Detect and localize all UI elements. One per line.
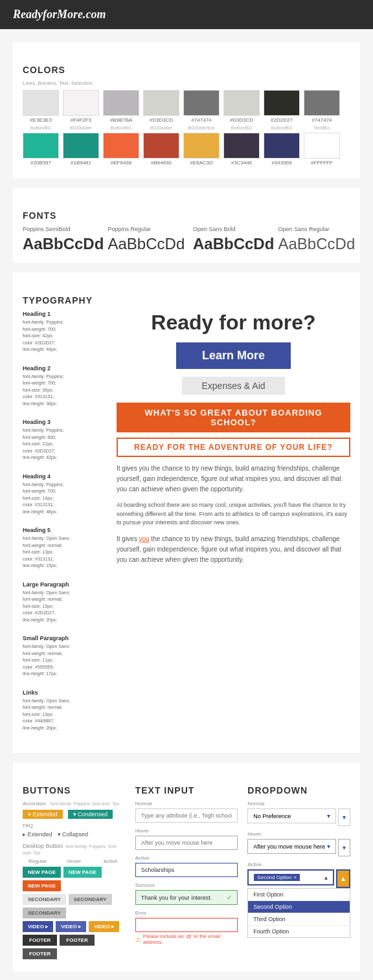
color-swatch [103, 90, 139, 116]
color-label: #2D2D27 [271, 117, 293, 123]
dropdown-col: DROPDOWN Normal No Preference ▾ ▾ Hover … [247, 772, 350, 962]
btn-footer-active[interactable]: FOOTER [23, 948, 57, 959]
chevron-up-icon: ▴ [324, 874, 328, 881]
expenses-aid-button[interactable]: Expenses & Aid [182, 377, 284, 395]
typo-spec-detail: font-family: Open Sans;font-weight: norm… [23, 643, 107, 678]
color-label: #B84630 [151, 160, 172, 166]
sub-label: Button/BG [23, 126, 59, 130]
color-swatch-group: #747474 [183, 90, 220, 123]
input-error[interactable] [135, 918, 238, 932]
typography-specs: Heading 1 font-family: Poppins;font-weig… [23, 311, 107, 743]
dropdown-tag: Second Option × [254, 874, 300, 881]
dropdown-options: First Option Second Option Third Option … [247, 888, 350, 938]
color-swatch [264, 90, 300, 116]
dropdown-normal[interactable]: No Preference ▾ [247, 808, 336, 823]
color-swatch-group: #343969 [264, 133, 300, 166]
dropdown-active-row: Second Option × ▴ ▴ [247, 869, 350, 888]
color-label: #F4F2F3 [71, 117, 91, 123]
learn-more-button[interactable]: Learn More [176, 342, 291, 369]
btn-video-active[interactable]: VIDEO ▸ [89, 921, 119, 932]
btn-secondary-active[interactable]: SECONDARY [23, 908, 66, 919]
color-swatch [183, 90, 220, 116]
error-text: Please include an '@' in the email addre… [143, 933, 238, 945]
btn-footer-hover[interactable]: FOOTER [60, 935, 94, 946]
typo-spec-small-para: Small Paragraph font-family: Open Sans;f… [23, 635, 107, 678]
dropdown-active-btn2[interactable]: ▴ [336, 869, 350, 888]
text-input-title: TEXT INPUT [135, 785, 238, 796]
font-name: Poppins Regular [108, 226, 181, 232]
sub-label: Button/BG [264, 126, 300, 130]
input-normal[interactable] [135, 808, 238, 823]
header: ReadyforMore.com [0, 0, 373, 29]
three-column-layout: BUTTONS Accordion font-family: Poppins; … [23, 772, 350, 962]
typo-spec-detail: font-family: Open Sans;font-weight: norm… [23, 535, 107, 570]
links-before: It gives [117, 535, 139, 542]
btn-state-labels: Regular Hover Active [23, 858, 126, 864]
typo-spec-h2: Heading 2 font-family: Poppins;font-weig… [23, 365, 107, 408]
typo-spec-title: Small Paragraph [23, 635, 107, 641]
colors-row1-label: Lines, Borders, Text, Selection [23, 80, 350, 86]
color-label: #747474 [311, 117, 332, 123]
dropdown-normal-btn2[interactable]: ▾ [338, 808, 350, 826]
close-icon[interactable]: × [293, 874, 297, 880]
btn-new-page-regular[interactable]: NEW PAGE [23, 867, 61, 878]
typo-spec-large-para: Large Paragraph font-family: Open Sans;f… [23, 581, 107, 624]
color-swatch [63, 90, 99, 116]
colors-title: COLORS [23, 65, 350, 75]
links-link[interactable]: you [139, 535, 149, 542]
chevron-up-icon: ▴ [341, 874, 345, 883]
dropdown-option-selected[interactable]: Second Option [248, 901, 350, 913]
heading1-demo: Ready for more? [117, 311, 350, 335]
btn-row-video: VIDEO ▸ VIDEO ▸ VIDEO ▸ [23, 921, 126, 932]
color-swatch-group: #B9B7BA [103, 90, 139, 123]
accordion-label: Accordion font-family: Poppins; font-siz… [23, 801, 126, 807]
dropdown-active[interactable]: Second Option × ▴ [247, 869, 334, 885]
font-name: Open Sans Regular [278, 226, 351, 232]
typo-spec-detail: font-family: Open Sans;font-weight: norm… [23, 590, 107, 624]
font-sample: AaBbCcDd [23, 235, 95, 253]
dropdown-active-label: Active [247, 862, 350, 867]
font-item-poppins-regular: Poppins Regular AaBbCcDd [108, 226, 181, 253]
fonts-grid: Poppins SemiBold AaBbCcDd Poppins Regula… [23, 226, 350, 253]
accordion-tag-teal[interactable]: ▾ Condensed [68, 810, 113, 819]
input-active[interactable] [135, 863, 238, 877]
btn-new-page-active[interactable]: NEW PAGE [23, 880, 61, 891]
btn-new-page-hover[interactable]: NEW PAGE [63, 867, 102, 878]
color-swatch-group: #747474 [304, 90, 340, 123]
dropdown-option[interactable]: First Option [248, 889, 350, 901]
dropdown-option[interactable]: Third Option [248, 913, 350, 926]
colors-section: COLORS Lines, Borders, Text, Selection #… [13, 42, 360, 178]
color-label: #747474 [191, 117, 211, 123]
btn-footer-regular[interactable]: FOOTER [23, 935, 57, 946]
dropdown-hover-btn2[interactable]: ▾ [338, 839, 350, 856]
color-swatch-group: #D3D3CD [143, 90, 179, 123]
buttons-section: BUTTONS Accordion font-family: Poppins; … [13, 763, 360, 972]
color-swatch-group: #B84630 [143, 133, 179, 166]
text-input-col: TEXT INPUT Normal Hover Active Success T… [135, 772, 238, 962]
btn-video-regular[interactable]: VIDEO ▸ [23, 921, 53, 932]
font-item-opensans-bold: Open Sans Bold AaBbCcDd [193, 226, 266, 253]
btn-video-hover[interactable]: VIDEO ▸ [56, 921, 86, 932]
sub-label: BG/Divider [63, 126, 99, 130]
accordion-tag-yellow[interactable]: ▾ Extended [23, 810, 63, 819]
btn-secondary-hover[interactable]: SECONDARY [69, 894, 112, 905]
sub-label: Button/BG [103, 126, 139, 130]
typo-spec-detail: font-family: Poppins;font-weight: 700;fo… [23, 373, 107, 408]
dropdown-option[interactable]: Fourth Option [248, 926, 350, 937]
font-name: Open Sans Bold [193, 226, 266, 232]
input-hover[interactable] [135, 836, 238, 850]
input-error-message: ⚠ Please include an '@' in the email add… [135, 933, 238, 945]
color-swatch-group: #F4F2F3 [63, 90, 99, 123]
typo-spec-detail: font-family: Poppins;font-weight: 600;fo… [23, 427, 107, 462]
font-item-opensans-regular: Open Sans Regular AaBbCcDd [278, 226, 351, 253]
btn-row-footer: FOOTER FOOTER FOOTER [23, 935, 126, 959]
state-active: Active [95, 858, 125, 864]
typo-spec-title: Heading 3 [23, 419, 107, 425]
heading5-banner: READY FOR THE ADVENTURE OF YOUR LIFE? [117, 438, 350, 457]
typo-spec-detail: font-family: Poppins;font-weight: 700;fo… [23, 482, 107, 516]
typo-spec-title: Links [23, 689, 107, 696]
btn-secondary-regular[interactable]: SECONDARY [23, 894, 66, 905]
sub-label: BG/Selection [183, 126, 220, 130]
typo-spec-detail: font-family: Poppins;font-weight: 700;fo… [23, 319, 107, 353]
dropdown-hover[interactable]: After you move mouse here ▾ [247, 839, 336, 854]
